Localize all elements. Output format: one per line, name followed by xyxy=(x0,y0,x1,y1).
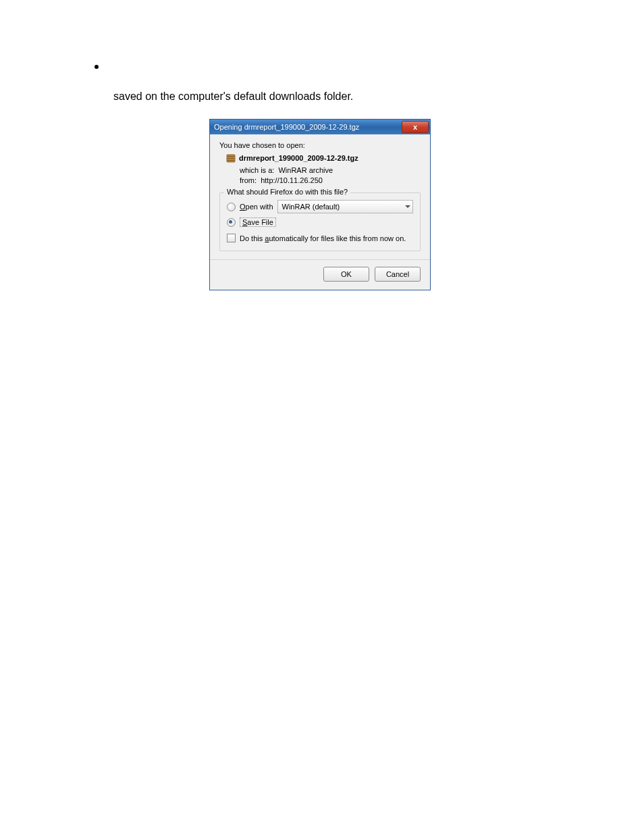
file-meta: which is a: WinRAR archive from: http://… xyxy=(240,165,421,186)
bullet-icon xyxy=(95,65,99,69)
save-file-label: Save File xyxy=(240,217,276,227)
ok-button[interactable]: OK xyxy=(323,267,369,282)
ok-button-label: OK xyxy=(341,270,352,278)
titlebar-title: Opening drmreport_199000_2009-12-29.tgz xyxy=(214,120,402,134)
file-name: drmreport_199000_2009-12-29.tgz xyxy=(239,154,358,162)
svg-rect-1 xyxy=(227,156,234,157)
titlebar[interactable]: Opening drmreport_199000_2009-12-29.tgz … xyxy=(210,120,430,134)
caption-text: saved on the computer's default download… xyxy=(113,89,644,104)
auto-option[interactable]: Do this automatically for files like thi… xyxy=(227,234,413,242)
cancel-button[interactable]: Cancel xyxy=(375,267,421,282)
save-file-radio[interactable] xyxy=(227,218,236,227)
from-value: http://10.11.26.250 xyxy=(261,176,323,184)
which-is-prefix: which is a: xyxy=(240,166,274,174)
open-with-app-value: WinRAR (default) xyxy=(282,203,340,211)
bullet-item xyxy=(95,59,644,69)
dialog-body: You have chosen to open: drmreport_19900… xyxy=(210,134,430,290)
action-fieldset: What should Firefox do with this file? O… xyxy=(219,192,421,251)
separator xyxy=(210,259,430,260)
save-file-option[interactable]: Save File xyxy=(227,217,413,227)
auto-label: Do this automatically for files like thi… xyxy=(240,234,406,242)
cancel-button-label: Cancel xyxy=(386,270,409,278)
chosen-to-open-label: You have chosen to open: xyxy=(219,141,421,149)
fieldset-legend: What should Firefox do with this file? xyxy=(224,188,350,196)
open-with-radio[interactable] xyxy=(227,203,236,211)
button-row: OK Cancel xyxy=(219,267,421,282)
open-with-app-combo[interactable]: WinRAR (default) xyxy=(277,200,413,213)
chevron-down-icon xyxy=(405,205,410,208)
svg-rect-2 xyxy=(227,158,234,159)
archive-file-icon xyxy=(226,153,236,163)
auto-checkbox[interactable] xyxy=(227,234,236,242)
open-with-label: Open with xyxy=(240,203,273,211)
close-icon: x xyxy=(413,120,417,134)
which-is-value: WinRAR archive xyxy=(278,166,333,174)
download-dialog: Opening drmreport_199000_2009-12-29.tgz … xyxy=(209,119,431,290)
from-prefix: from: xyxy=(240,176,257,184)
open-with-option[interactable]: Open with WinRAR (default) xyxy=(227,200,413,213)
close-button[interactable]: x xyxy=(402,121,429,133)
svg-rect-3 xyxy=(227,160,234,161)
file-row: drmreport_199000_2009-12-29.tgz xyxy=(226,153,421,163)
